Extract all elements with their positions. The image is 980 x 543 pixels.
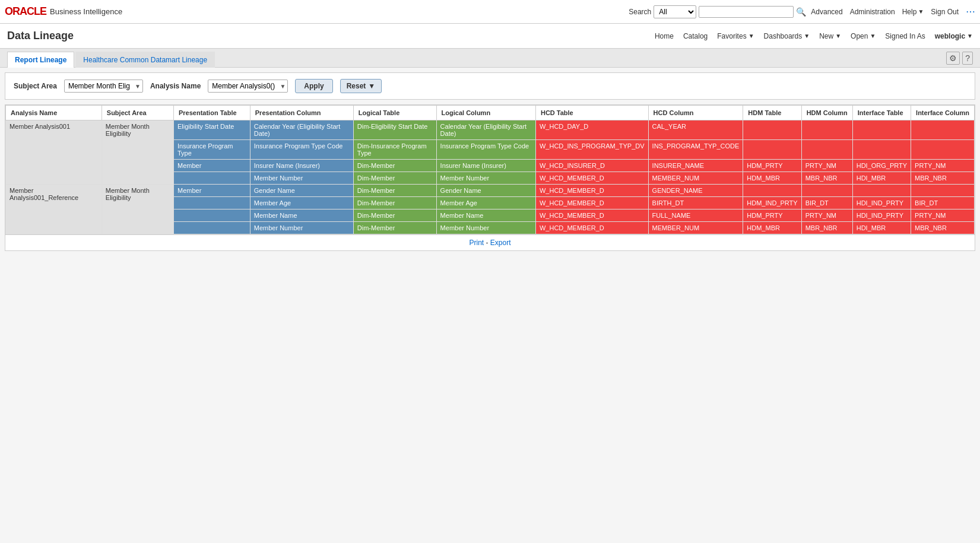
logical-table-cell: Dim-Member [353, 160, 436, 172]
presentation-table-cell: Member [173, 160, 250, 172]
presentation-column-cell: Member Number [250, 172, 353, 185]
dots-menu[interactable]: ⋯ [966, 6, 975, 17]
tab-report-lineage[interactable]: Report Lineage [7, 52, 74, 68]
interface-table-cell [852, 140, 911, 160]
nav-home[interactable]: Home [655, 32, 674, 40]
reset-label: Reset [347, 82, 366, 90]
nav-links: Home Catalog Favorites ▼ Dashboards ▼ Ne… [655, 32, 973, 40]
settings-icon-btn[interactable]: ⚙ [946, 52, 960, 65]
subject-area-cell: Member Month Eligibility [102, 185, 173, 234]
signed-in-user: weblogic [935, 32, 965, 40]
hcd-table-cell: W_HCD_INSURER_D [535, 160, 648, 172]
logical-table-cell: Dim-Insurance Program Type [353, 140, 436, 160]
analysis-name-wrapper: Member Analysis0() ▼ [208, 80, 288, 93]
hcd-column-cell: MEMBER_NUM [648, 222, 743, 234]
col-logical-column: Logical Column [436, 106, 535, 120]
signed-in-label: Signed In As [885, 32, 925, 40]
col-presentation-table: Presentation Table [173, 106, 250, 120]
reset-button[interactable]: Reset ▼ [340, 79, 382, 93]
logical-column-cell: Calendar Year (Eligibility Start Date) [436, 120, 535, 140]
presentation-column-cell: Member Name [250, 209, 353, 222]
search-label: Search [629, 8, 651, 16]
hcd-column-cell: GENDER_NAME [648, 185, 743, 197]
top-nav-links: Advanced Administration Help ▼ Sign Out … [811, 6, 975, 17]
col-hcd-column: HCD Column [648, 106, 743, 120]
analysis-name-label: Analysis Name [150, 82, 201, 90]
interface-column-cell: PRTY_NM [911, 209, 975, 222]
logical-table-cell: Dim-Member [353, 209, 436, 222]
hcd-table-cell: W_HCD_MEMBER_D [535, 197, 648, 209]
presentation-column-cell: Calendar Year (Eligibility Start Date) [250, 120, 353, 140]
export-link[interactable]: Export [490, 239, 511, 247]
logical-table-cell: Dim-Member [353, 185, 436, 197]
advanced-link[interactable]: Advanced [811, 8, 842, 16]
help-dropdown[interactable]: Help ▼ [902, 8, 924, 16]
logical-table-cell: Dim-Member [353, 172, 436, 185]
hcd-table-cell: W_HCD_MEMBER_D [535, 222, 648, 234]
interface-table-cell: HDI_ORG_PRTY [852, 160, 911, 172]
search-area: Search All Catalog Users 🔍 [629, 5, 806, 18]
interface-table-cell: HDI_IND_PRTY [852, 209, 911, 222]
nav-catalog[interactable]: Catalog [683, 32, 708, 40]
nav-favorites[interactable]: Favorites ▼ [717, 32, 754, 40]
signout-link[interactable]: Sign Out [931, 8, 959, 16]
help-label: Help [902, 8, 917, 16]
search-button[interactable]: 🔍 [796, 7, 806, 17]
hdm-table-cell: HDM_PRTY [743, 160, 801, 172]
hcd-column-cell: FULL_NAME [648, 209, 743, 222]
hdm-column-cell: PRTY_NM [801, 160, 852, 172]
subject-area-cell: Member Month Eligibility [102, 120, 173, 185]
reset-arrow: ▼ [368, 82, 375, 90]
presentation-column-cell: Insurer Name (Insurer) [250, 160, 353, 172]
help-icon-btn[interactable]: ? [962, 52, 973, 65]
col-interface-column: Interface Column [911, 106, 975, 120]
top-navigation: ORACLE Business Intelligence Search All … [0, 0, 980, 24]
logical-table-cell: Dim-Member [353, 222, 436, 234]
interface-column-cell: PRTY_NM [911, 160, 975, 172]
presentation-table-cell [173, 222, 250, 234]
logical-table-cell: Dim-Member [353, 197, 436, 209]
signed-in-user-dropdown[interactable]: weblogic ▼ [935, 32, 973, 40]
hdm-column-cell: MBR_NBR [801, 172, 852, 185]
search-input[interactable] [699, 6, 794, 18]
col-logical-table: Logical Table [353, 106, 436, 120]
hcd-table-cell: W_HCD_DAY_D [535, 120, 648, 140]
interface-table-cell [852, 120, 911, 140]
hdm-table-cell [743, 140, 801, 160]
administration-link[interactable]: Administration [850, 8, 895, 16]
interface-column-cell: MBR_NBR [911, 222, 975, 234]
logical-column-cell: Member Number [436, 222, 535, 234]
col-analysis-name: Analysis Name [6, 106, 102, 120]
tab-icons: ⚙ ? [946, 52, 973, 67]
hdm-column-cell [801, 120, 852, 140]
subject-area-select[interactable]: Member Month Elig [64, 80, 143, 93]
presentation-column-cell: Member Age [250, 197, 353, 209]
hdm-table-cell: HDM_MBR [743, 222, 801, 234]
nav-new-label: New [819, 32, 833, 40]
logical-column-cell: Member Name [436, 209, 535, 222]
nav-favorites-label: Favorites [717, 32, 746, 40]
tab-healthcare-lineage[interactable]: Healthcare Common Datamart Lineage [75, 52, 215, 68]
presentation-table-cell [173, 209, 250, 222]
interface-table-cell [852, 185, 911, 197]
nav-open[interactable]: Open ▼ [851, 32, 876, 40]
nav-new[interactable]: New ▼ [819, 32, 841, 40]
apply-button[interactable]: Apply [295, 79, 332, 93]
hdm-table-cell: HDM_MBR [743, 172, 801, 185]
analysis-name-select[interactable]: Member Analysis0() [208, 80, 288, 93]
second-bar: Data Lineage Home Catalog Favorites ▼ Da… [0, 24, 980, 49]
hdm-table-cell: HDM_PRTY [743, 209, 801, 222]
presentation-column-cell: Gender Name [250, 185, 353, 197]
interface-column-cell [911, 140, 975, 160]
search-type-select[interactable]: All Catalog Users [654, 5, 696, 18]
hdm-table-cell: HDM_IND_PRTY [743, 197, 801, 209]
analysis-name-cell: Member Analysis001_Reference [6, 185, 102, 234]
favorites-arrow: ▼ [749, 33, 754, 39]
filter-panel: Subject Area Member Month Elig ▼ Analysi… [5, 72, 975, 100]
nav-dashboards[interactable]: Dashboards ▼ [764, 32, 810, 40]
print-link[interactable]: Print [469, 239, 484, 247]
interface-table-cell: HDI_MBR [852, 172, 911, 185]
nav-dashboards-label: Dashboards [764, 32, 803, 40]
col-hdm-table: HDM Table [743, 106, 801, 120]
table-row: Member Analysis001_Reference Member Mont… [6, 185, 975, 197]
